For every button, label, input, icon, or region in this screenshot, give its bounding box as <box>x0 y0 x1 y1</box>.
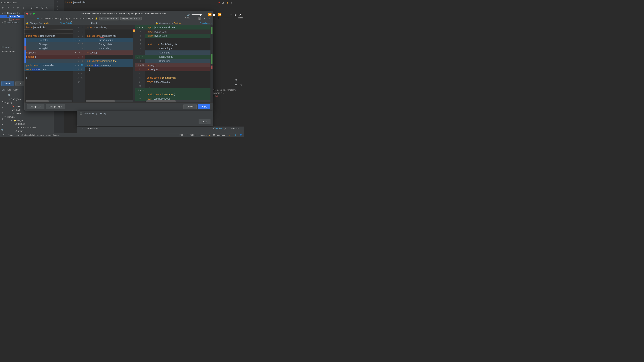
merge-result-pane[interactable]: import java.util.List; ▸ public record B… <box>85 25 135 102</box>
branch-interactive[interactable]: ⎇intera <box>0 112 54 115</box>
minimize-icon[interactable]: — <box>239 78 242 81</box>
lock-icon: 🔒 <box>26 22 28 24</box>
reject-icon[interactable]: ✕ <box>142 89 144 92</box>
undo-icon[interactable]: ↶ <box>6 6 10 10</box>
log-toolbar-right: ⚙ — <box>234 78 242 81</box>
accept-icon[interactable]: « <box>139 55 140 58</box>
merge-right-gutter: 1«✕ 2 3 4 5 6 7 8«✕ 9 10«✕ 11 12 13 14 1… <box>135 25 145 102</box>
hscroll-left[interactable] <box>26 100 72 102</box>
show-details-left[interactable]: Show Details <box>60 22 72 24</box>
list-icon[interactable]: ☰ <box>234 83 238 87</box>
minimize-window-icon[interactable] <box>30 12 32 14</box>
refresh-icon[interactable]: ⟳ <box>1 6 5 10</box>
resolve-link[interactable]: Resolve… <box>214 127 224 130</box>
toolwindow-icon[interactable]: ▢ <box>2 133 5 137</box>
close-window-icon[interactable] <box>26 12 28 14</box>
hscroll-right[interactable] <box>146 100 212 102</box>
search-icon[interactable]: 🔍 <box>8 93 11 97</box>
remote-branch-main[interactable]: ⎇main <box>0 129 54 133</box>
arrow-up-icon[interactable]: ↑ <box>26 17 30 20</box>
accept-icon[interactable]: « <box>140 64 141 66</box>
origin-node[interactable]: ▾📁origin <box>0 119 54 122</box>
error-dot-icon <box>218 2 220 3</box>
diff-icon[interactable]: ◫ <box>16 6 20 10</box>
hscroll-mid[interactable] <box>86 100 134 102</box>
shelve-icon[interactable]: ⬇ <box>22 6 25 10</box>
merge-right-pane[interactable]: import java.time.LocalDate; import java.… <box>145 25 213 102</box>
lock-icon[interactable]: 🔒 <box>228 133 231 137</box>
eye-icon[interactable]: 👁 <box>35 6 38 10</box>
magic-icon[interactable]: ✦ <box>36 17 40 20</box>
fullscreen-icon[interactable]: ⤢ <box>238 13 242 16</box>
merge-subheader: 🔒 Changes from main Show Details Result … <box>24 21 213 25</box>
chevron-down-icon[interactable]: ˅ <box>239 1 242 4</box>
zoom-window-icon[interactable] <box>33 12 35 14</box>
caret-pos[interactable]: 23:2 <box>180 134 183 136</box>
volume-slider[interactable] <box>192 14 202 15</box>
minimap-right[interactable] <box>210 25 213 102</box>
sync-icon[interactable]: ⟲ <box>234 133 237 137</box>
tab-console[interactable]: Cons <box>14 88 18 91</box>
accept-icon[interactable]: « <box>139 26 140 29</box>
reject-icon[interactable]: ✕ <box>142 26 144 29</box>
minimap-mid[interactable] <box>133 25 135 102</box>
airplay-icon[interactable]: ▣ <box>234 13 237 16</box>
remote-branch-interactive[interactable]: ⎇interactive-rebase <box>0 126 54 129</box>
editor-inspections[interactable]: 25 ▲ 4 ˄ ˅ <box>218 1 242 4</box>
pip-icon[interactable]: ⧉ <box>229 13 232 16</box>
chevron-up-icon[interactable]: ˄ <box>234 1 237 4</box>
apply-button[interactable]: Apply <box>198 104 210 109</box>
wand-icon[interactable]: ✨ <box>94 17 98 20</box>
show-details-right[interactable]: Show Details <box>200 22 212 24</box>
branch-status[interactable]: Merging main <box>213 134 226 136</box>
play-icon[interactable]: ▶ <box>213 12 216 17</box>
apply-left-link[interactable]: »Left <box>72 17 78 20</box>
warning-triangle-icon: ▲ <box>226 1 228 4</box>
status-message[interactable]: Pending Unresolved conflicts // Resolve…… <box>8 134 59 136</box>
video-progress[interactable]: 03:38 05:34 <box>185 17 243 19</box>
gear-icon[interactable]: ⚙ <box>234 78 238 81</box>
line-sep[interactable]: LF <box>186 134 188 136</box>
arrow-down-icon[interactable]: ↓ <box>31 17 34 20</box>
reject-icon[interactable]: ✕ <box>142 64 144 66</box>
remote-node[interactable]: ▾Remote <box>0 115 54 119</box>
volume-icon[interactable]: 🔊 <box>187 13 190 16</box>
accept-icon[interactable]: » <box>79 39 80 41</box>
profile-icon[interactable]: 👤 <box>239 133 242 137</box>
reject-icon[interactable]: ✕ <box>75 64 77 66</box>
merge-footer: Accept Left Accept Right Cancel Apply <box>24 102 213 111</box>
commit-button[interactable]: Commit <box>1 81 14 86</box>
highlight-combo[interactable]: Highlight words▾ <box>120 16 142 20</box>
reject-icon[interactable]: ✕ <box>75 39 77 41</box>
amend-checkbox[interactable] <box>2 46 4 48</box>
status-bar: ▢ Pending Unresolved conflicts // Resolv… <box>0 133 244 137</box>
indent[interactable]: 4 spaces <box>198 134 206 136</box>
remote-branch-feature[interactable]: ⎇feature <box>0 122 54 126</box>
tab-log[interactable]: Log <box>8 88 11 91</box>
rewind-icon[interactable]: ⏪ <box>208 13 212 16</box>
reject-icon[interactable]: ✕ <box>142 55 144 58</box>
expand-icon[interactable]: ⇱ <box>40 6 44 10</box>
apply-all-link[interactable]: ⨉All <box>80 17 84 20</box>
merge-left-pane[interactable]: import java.util.List; public record Boo… <box>24 25 73 102</box>
ignore-combo[interactable]: Do not ignore▾ <box>100 16 119 20</box>
dialog-titlebar[interactable]: Merge Revisions for /Users/marit.van.dij… <box>24 11 213 16</box>
accept-left-button[interactable]: Accept Left <box>27 104 44 109</box>
commit-and-button[interactable]: Con <box>16 81 24 86</box>
group-icon[interactable]: ⠿ <box>30 6 34 10</box>
collapse-icon[interactable]: ⇲ <box>45 6 49 10</box>
accept-icon[interactable]: « <box>140 89 141 92</box>
reject-icon[interactable]: ✕ <box>75 51 77 54</box>
apply-right-link[interactable]: «Right <box>86 17 93 20</box>
close-button[interactable]: Close <box>198 119 210 124</box>
accept-right-button[interactable]: Accept Right <box>46 104 65 109</box>
accept-icon[interactable]: » <box>79 51 80 54</box>
forward-icon[interactable]: ⏩ <box>218 13 222 16</box>
wand-icon[interactable]: ⤴ <box>12 6 15 10</box>
merge-dialog: Merge Revisions for /Users/marit.van.dij… <box>24 11 213 111</box>
accept-icon[interactable]: » <box>78 64 80 66</box>
encoding[interactable]: UTF-8 <box>190 134 196 136</box>
expand-icon[interactable]: ⇲ <box>239 83 242 87</box>
group-files-checkbox[interactable] <box>80 112 82 115</box>
cancel-button[interactable]: Cancel <box>184 104 196 109</box>
